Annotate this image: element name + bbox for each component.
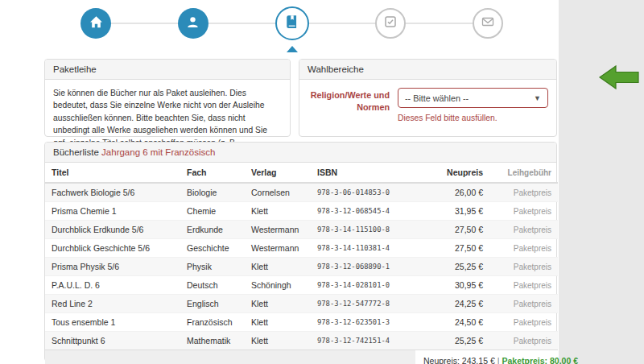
cell-fach: Französisch [180,313,245,332]
totals-row: Neupreis: 243,15 €|Paketpreis: 80,00 € [45,350,558,364]
cell-verlag: Klett [245,202,311,221]
step-user[interactable] [178,8,208,39]
cell-leihgebuehr: Paketpreis [489,221,558,239]
step-mail[interactable] [473,8,503,39]
book-icon [285,14,299,32]
cell-titel: Tous ensemble 1 [45,313,180,332]
cell-fach: Chemie [180,202,245,221]
cell-verlag: Westermann [245,221,311,239]
religion-field-label: Religion/Werte und Normen [308,88,390,122]
cell-neupreis: 24,25 € [415,295,489,313]
wahlbereiche-panel: Wahlbereiche Religion/Werte und Normen -… [299,59,557,137]
buecherliste-subtitle: Jahrgang 6 mit Französisch [101,147,215,157]
cell-leihgebuehr: Paketpreis [489,313,558,332]
cell-isbn: 978-3-12-068890-1 [311,258,415,276]
table-row: Fachwerk Biologie 5/6 Biologie Cornelsen… [45,183,558,202]
active-step-caret [287,46,298,52]
cell-leihgebuehr: Paketpreis [489,183,558,202]
step-home[interactable] [80,8,111,39]
cell-leihgebuehr: Paketpreis [489,258,558,276]
cell-isbn: 978-3-06-014853-0 [311,183,415,202]
cell-isbn: 978-3-12-068545-4 [311,202,415,221]
paketpreis-total: Paketpreis: 80,00 € [502,356,578,364]
col-fach: Fach [180,163,245,183]
cell-verlag: Klett [245,313,311,332]
paketleihe-panel: Paketleihe Sie können die Bücher nur als… [44,59,291,137]
user-icon [186,15,200,32]
cell-isbn: 978-3-14-115100-8 [311,221,415,239]
cell-isbn: 978-3-12-742151-4 [311,332,415,350]
cell-neupreis: 25,25 € [415,332,489,350]
cell-verlag: Klett [245,332,311,350]
cell-titel: Prisma Physik 5/6 [45,258,180,276]
cell-titel: Red Line 2 [45,295,180,313]
cell-neupreis: 31,95 € [415,202,489,221]
cell-fach: Physik [180,258,245,276]
cell-titel: Durchblick Geschichte 5/6 [45,239,180,258]
col-neupreis: Neupreis [415,163,489,183]
cell-leihgebuehr: Paketpreis [489,332,558,350]
cell-titel: Durchblick Erdkunde 5/6 [45,221,180,239]
col-leihgebuehr: Leihgebühr [489,163,558,183]
step-confirm[interactable] [375,8,406,39]
cell-fach: Geschichte [180,239,245,258]
cell-neupreis: 24,50 € [415,313,489,332]
wizard-stepper [80,6,503,55]
buecherliste-panel: Bücherliste Jahrgang 6 mit Französisch T… [44,142,557,362]
cell-verlag: Cornelsen [245,183,311,202]
col-titel: Titel [45,163,180,183]
annotation-arrow-left-icon [599,65,639,93]
cell-fach: Mathematik [180,332,245,350]
paketleihe-title: Paketleihe [45,60,290,80]
table-row: Red Line 2 Englisch Klett 978-3-12-54777… [45,295,558,313]
religion-select-value: -- Bitte wählen -- [405,93,469,103]
table-row: Tous ensemble 1 Französisch Klett 978-3-… [45,313,558,332]
cell-isbn: 978-3-12-547772-8 [311,295,415,313]
cell-isbn: 978-3-12-623501-3 [311,313,415,332]
table-row: Prisma Physik 5/6 Physik Klett 978-3-12-… [45,258,558,276]
cell-verlag: Westermann [245,239,311,258]
cell-neupreis: 25,25 € [415,258,489,276]
cell-neupreis: 30,95 € [415,276,489,295]
cell-verlag: Klett [245,295,311,313]
table-row: Durchblick Erdkunde 5/6 Erdkunde Westerm… [45,221,558,239]
table-row: P.A.U.L. D. 6 Deutsch Schöningh 978-3-14… [45,276,558,295]
buecherliste-title: Bücherliste Jahrgang 6 mit Französisch [45,143,556,163]
religion-field-error: Dieses Feld bitte ausfüllen. [398,114,548,122]
cell-neupreis: 27,50 € [415,239,489,258]
cell-neupreis: 26,00 € [415,183,489,202]
table-row: Durchblick Geschichte 5/6 Geschichte Wes… [45,239,558,258]
table-row: Schnittpunkt 6 Mathematik Klett 978-3-12… [45,332,558,350]
cell-fach: Biologie [180,183,245,202]
cell-titel: Schnittpunkt 6 [45,332,180,350]
table-header-row: Titel Fach Verlag ISBN Neupreis Leihgebü… [45,163,558,183]
col-isbn: ISBN [311,163,415,183]
religion-select[interactable]: -- Bitte wählen -- ▼ [398,88,548,108]
cell-leihgebuehr: Paketpreis [489,202,558,221]
cell-fach: Englisch [180,295,245,313]
cell-isbn: 978-3-14-110381-4 [311,239,415,258]
cell-titel: Prisma Chemie 1 [45,202,180,221]
check-square-icon [384,15,397,31]
cell-fach: Deutsch [180,276,245,295]
cell-fach: Erdkunde [180,221,245,239]
home-icon [89,15,103,32]
step-books[interactable] [275,6,309,40]
cell-titel: P.A.U.L. D. 6 [45,276,180,295]
col-verlag: Verlag [245,163,311,183]
content-page: Paketleihe Sie können die Bücher nur als… [0,0,559,364]
cell-neupreis: 27,50 € [415,221,489,239]
wahlbereiche-title: Wahlbereiche [299,60,556,80]
chevron-down-icon: ▼ [534,94,541,102]
cell-leihgebuehr: Paketpreis [489,276,558,295]
table-row: Prisma Chemie 1 Chemie Klett 978-3-12-06… [45,202,558,221]
cell-leihgebuehr: Paketpreis [489,239,558,258]
cell-titel: Fachwerk Biologie 5/6 [45,183,180,202]
cell-leihgebuehr: Paketpreis [489,295,558,313]
cell-isbn: 978-3-14-028101-0 [311,276,415,295]
totals-cell: Neupreis: 243,15 €|Paketpreis: 80,00 € [415,350,558,364]
totals-spacer [45,350,415,364]
cell-verlag: Schöningh [245,276,311,295]
neupreis-total: Neupreis: 243,15 € [423,356,495,364]
mail-icon [481,15,494,31]
